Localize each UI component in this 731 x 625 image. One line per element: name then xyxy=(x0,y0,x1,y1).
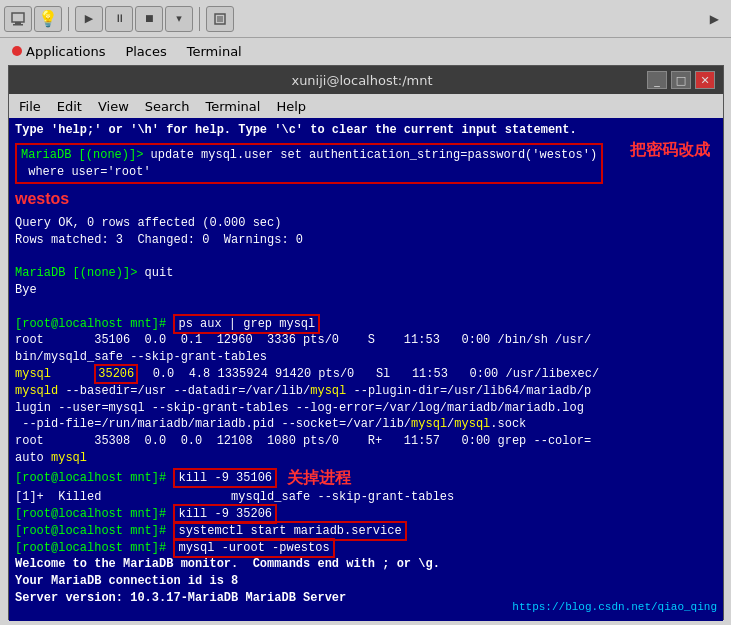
tb-btn-dropdown[interactable]: ▾ xyxy=(165,6,193,32)
terminal-menu: File Edit View Search Terminal Help xyxy=(9,94,723,118)
tb-btn-1[interactable] xyxy=(4,6,32,32)
ps-line3b: auto mysql xyxy=(15,450,717,467)
blank-line-2 xyxy=(15,299,717,316)
menu-search[interactable]: Search xyxy=(139,98,196,115)
kill1-line: [root@localhost mnt]# kill -9 35106 xyxy=(15,470,277,487)
query-ok-line: Query OK, 0 rows affected (0.000 sec) xyxy=(15,215,717,232)
mariadb-prompt-2: MariaDB [(none)]> xyxy=(15,266,137,280)
help-line: Type 'help;' or '\h' for help. Type '\c'… xyxy=(15,122,717,139)
mysql-text2: mysql xyxy=(310,384,346,398)
menu-file[interactable]: File xyxy=(13,98,47,115)
ps-cmd-box: ps aux | grep mysql xyxy=(173,314,320,334)
tb-btn-stop[interactable]: ⏹ xyxy=(135,6,163,32)
taskbar: 💡 ▶ ⏸ ⏹ ▾ ▶ xyxy=(0,0,731,38)
red-dot-icon xyxy=(12,46,22,56)
systemctl-prompt: [root@localhost mnt]# xyxy=(15,524,173,538)
taskbar-right: ▶ xyxy=(234,12,727,26)
quit-text: quit xyxy=(137,266,173,280)
pid-35206-box: 35206 xyxy=(94,364,138,384)
ps-3-text: root 35308 0.0 0.0 12108 1080 pts/0 R+ 1… xyxy=(15,434,591,448)
mysql-login-line: [root@localhost mnt]# mysql -uroot -pwes… xyxy=(15,540,717,557)
taskbar-sep-1 xyxy=(68,7,69,31)
kill1-prompt: [root@localhost mnt]# xyxy=(15,471,173,485)
cmd2-line: MariaDB [(none)]> quit xyxy=(15,265,717,282)
kill1-row: [root@localhost mnt]# kill -9 35106 关掉进程 xyxy=(15,467,717,489)
terminal-title: xuniji@localhost:/mnt xyxy=(77,73,647,88)
kill1-cmd-box: kill -9 35106 xyxy=(173,468,277,488)
ps-pid xyxy=(51,367,94,381)
tb-btn-play[interactable]: ▶ xyxy=(75,6,103,32)
mysql-login-prompt: [root@localhost mnt]# xyxy=(15,541,173,555)
welcome1-line: Welcome to the MariaDB monitor. Commands… xyxy=(15,556,717,573)
taskbar-icons: 💡 ▶ ⏸ ⏹ ▾ xyxy=(4,6,234,32)
terminal-controls: _ □ ✕ xyxy=(647,71,715,89)
ps-prompt: [root@localhost mnt]# xyxy=(15,317,173,331)
maximize-button[interactable]: □ xyxy=(671,71,691,89)
mysql-text3: mysql xyxy=(411,417,447,431)
svg-rect-2 xyxy=(13,24,23,26)
tb-btn-5[interactable] xyxy=(206,6,234,32)
mysql-text5: mysql xyxy=(51,451,87,465)
menu-edit[interactable]: Edit xyxy=(51,98,88,115)
mysql-text4: mysql xyxy=(454,417,490,431)
kill2-prompt: [root@localhost mnt]# xyxy=(15,507,173,521)
menu-view[interactable]: View xyxy=(92,98,135,115)
ps-2c-text: lugin --user=mysql --skip-grant-tables -… xyxy=(15,401,584,415)
ps-line2: mysql 35206 0.0 4.8 1335924 91420 pts/0 … xyxy=(15,366,717,383)
close-button[interactable]: ✕ xyxy=(695,71,715,89)
sock-ext: .sock xyxy=(490,417,526,431)
taskbar-sep-2 xyxy=(199,7,200,31)
mysqld-text: mysqld xyxy=(15,384,58,398)
ps-line2d: --pid-file=/run/mariadb/mariadb.pid --so… xyxy=(15,416,717,433)
tb-btn-2[interactable]: 💡 xyxy=(34,6,62,32)
taskbar-time: ▶ xyxy=(710,12,719,26)
ps-rest: 0.0 4.8 1335924 91420 pts/0 Sl 11:53 0:0… xyxy=(138,367,599,381)
menu-terminal[interactable]: Terminal xyxy=(199,98,266,115)
annotation-kill: 关掉进程 xyxy=(287,467,351,489)
ps-line3: root 35308 0.0 0.0 12108 1080 pts/0 R+ 1… xyxy=(15,433,717,450)
cmd1-line2: where user='root' xyxy=(21,164,597,181)
terminal-window: xuniji@localhost:/mnt _ □ ✕ File Edit Vi… xyxy=(8,65,724,620)
menu-help[interactable]: Help xyxy=(270,98,312,115)
ps-2b-end: --plugin-dir=/usr/lib64/mariadb/p xyxy=(346,384,591,398)
mysql-login-cmd-box: mysql -uroot -pwestos xyxy=(173,538,334,558)
app-menubar: Applications Places Terminal xyxy=(0,38,731,64)
url-text: https://blog.csdn.net/qiao_qing xyxy=(512,600,717,615)
svg-rect-1 xyxy=(15,22,21,24)
mariadb-prompt-1: MariaDB [(none)]> xyxy=(21,148,143,162)
killed-line: [1]+ Killed mysqld_safe --skip-grant-tab… xyxy=(15,489,717,506)
auto-text: auto xyxy=(15,451,51,465)
cmd1-line1: MariaDB [(none)]> update mysql.user set … xyxy=(21,147,597,164)
svg-rect-0 xyxy=(12,13,24,22)
cmd1-text: update mysql.user set authentication_str… xyxy=(143,148,597,162)
menubar-places[interactable]: Places xyxy=(117,42,174,61)
systemctl-line: [root@localhost mnt]# systemctl start ma… xyxy=(15,523,717,540)
terminal-content[interactable]: Type 'help;' or '\h' for help. Type '\c'… xyxy=(9,118,723,621)
menubar-applications[interactable]: Applications xyxy=(4,42,113,61)
minimize-button[interactable]: _ xyxy=(647,71,667,89)
welcome2-line: Your MariaDB connection id is 8 xyxy=(15,573,717,590)
mysql-text: mysql xyxy=(15,367,51,381)
ps-2d-text: --pid-file=/run/mariadb/mariadb.pid --so… xyxy=(15,417,411,431)
ps-cmd-line: [root@localhost mnt]# ps aux | grep mysq… xyxy=(15,316,717,333)
ps-2b-rest: --basedir=/usr --datadir=/var/lib/ xyxy=(58,384,310,398)
ps-line1: root 35106 0.0 0.1 12960 3336 pts/0 S 11… xyxy=(15,332,717,349)
applications-label: Applications xyxy=(26,44,105,59)
cmd-update-box: MariaDB [(none)]> update mysql.user set … xyxy=(15,143,603,185)
blank-line-1 xyxy=(15,248,717,265)
tb-btn-pause[interactable]: ⏸ xyxy=(105,6,133,32)
rows-matched-line: Rows matched: 3 Changed: 0 Warnings: 0 xyxy=(15,232,717,249)
terminal-titlebar: xuniji@localhost:/mnt _ □ ✕ xyxy=(9,66,723,94)
ps-line2c: lugin --user=mysql --skip-grant-tables -… xyxy=(15,400,717,417)
menubar-terminal[interactable]: Terminal xyxy=(179,42,250,61)
bye-line: Bye xyxy=(15,282,717,299)
svg-rect-4 xyxy=(217,16,223,22)
ps-line2b: mysqld --basedir=/usr --datadir=/var/lib… xyxy=(15,383,717,400)
